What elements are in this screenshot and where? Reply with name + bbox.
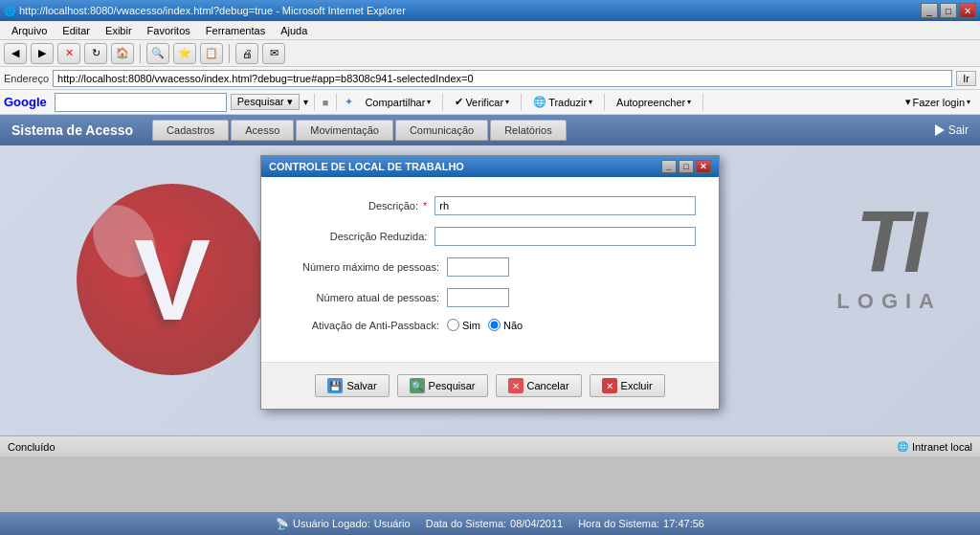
nav-bar: ◀ ▶ ✕ ↻ 🏠 🔍 ⭐ 📋 🖨 ✉ — [0, 40, 980, 67]
google-sep-2 — [336, 94, 337, 111]
google-search-input[interactable] — [55, 93, 227, 112]
app-status-bar: 📡 Usuário Logado: Usuário Data do Sistem… — [0, 512, 980, 535]
menu-ajuda[interactable]: Ajuda — [273, 21, 315, 39]
max-pessoas-label: Número máximo de pessoas: — [284, 261, 447, 273]
google-sep-3 — [442, 94, 443, 111]
status-data: Data do Sistema: 08/04/2011 — [426, 518, 563, 529]
menu-bar: Arquivo Editar Exibir Favoritos Ferramen… — [0, 21, 980, 40]
cancelar-button[interactable]: ✕ Cancelar — [496, 374, 582, 397]
modal-title: CONTROLE DE LOCAL DE TRABALHO — [269, 161, 661, 172]
ie-zone-label: Intranet local — [912, 441, 972, 453]
atual-pessoas-label: Número atual de pessoas: — [284, 292, 447, 303]
minimize-button[interactable]: _ — [921, 3, 938, 18]
tab-movimentacao[interactable]: Movimentação — [296, 120, 393, 141]
google-sep-6 — [702, 94, 703, 111]
fazer-login-btn[interactable]: ▾ Fazer login ▾ — [900, 95, 976, 109]
tab-cadastros[interactable]: Cadastros — [152, 120, 229, 141]
tab-acesso[interactable]: Acesso — [231, 120, 294, 141]
modal-body: Descrição: * Descrição Reduzida: Número … — [261, 177, 719, 362]
modal-minimize-button[interactable]: _ — [661, 160, 677, 173]
maximize-button[interactable]: □ — [940, 3, 957, 18]
back-button[interactable]: ◀ — [4, 43, 27, 64]
data-value: 08/04/2011 — [510, 518, 563, 529]
close-button[interactable]: ✕ — [959, 3, 976, 18]
menu-editar[interactable]: Editar — [55, 21, 98, 39]
history-button[interactable]: 📋 — [200, 43, 223, 64]
google-sep-1 — [314, 94, 315, 111]
menu-favoritos[interactable]: Favoritos — [140, 21, 198, 39]
save-icon: 💾 — [327, 378, 343, 393]
sair-label: Sair — [948, 123, 969, 137]
google-search-button[interactable]: Pesquisar ▾ — [231, 94, 300, 110]
stop-button[interactable]: ✕ — [57, 43, 80, 64]
anti-passback-radio-group: Sim Não — [447, 319, 523, 331]
radio-sim-text: Sim — [462, 320, 480, 331]
menu-ferramentas[interactable]: Ferramentas — [198, 21, 273, 39]
forward-button[interactable]: ▶ — [31, 43, 54, 64]
mail-button[interactable]: ✉ — [262, 43, 285, 64]
print-button[interactable]: 🖨 — [235, 43, 258, 64]
max-pessoas-input[interactable] — [447, 257, 509, 277]
go-button[interactable]: Ir — [956, 71, 976, 86]
title-bar-controls: _ □ ✕ — [921, 3, 976, 18]
home-button[interactable]: 🏠 — [111, 43, 134, 64]
modal-close-button[interactable]: ✕ — [696, 160, 711, 173]
cancelar-label: Cancelar — [527, 380, 569, 391]
salvar-label: Salvar — [346, 380, 376, 391]
hora-label: Hora do Sistema: — [578, 518, 659, 529]
address-input[interactable] — [53, 70, 952, 87]
menu-exibir[interactable]: Exibir — [98, 21, 140, 39]
nav-separator-2 — [229, 44, 230, 63]
descricao-input[interactable] — [434, 196, 696, 215]
data-label: Data do Sistema: — [426, 518, 506, 529]
browser-title-bar: 🌐 http://localhost:8080/vwacesso/index.h… — [0, 0, 980, 21]
app-header: Sistema de Acesso Cadastros Acesso Movim… — [0, 115, 980, 145]
verificar-btn[interactable]: ✔ Verificar ▾ — [449, 95, 515, 109]
refresh-button[interactable]: ↻ — [84, 43, 107, 64]
compartilhar-btn[interactable]: Compartilhar ▾ — [359, 96, 436, 109]
radio-nao-text: Não — [503, 320, 523, 331]
ie-icon: 🌐 — [4, 6, 15, 16]
ie-zone: 🌐 Intranet local — [897, 441, 972, 453]
excluir-button[interactable]: ✕ Excluir — [590, 374, 665, 397]
traduzir-icon: 🌐 — [533, 96, 546, 108]
modal-controls: _ □ ✕ — [661, 160, 711, 173]
google-toolbar: Google Pesquisar ▾ ▾ ■ ✦ Compartilhar ▾ … — [0, 90, 980, 115]
app-title: Sistema de Acesso — [11, 123, 133, 138]
modal-title-bar: CONTROLE DE LOCAL DE TRABALHO _ □ ✕ — [261, 156, 719, 177]
descricao-reduzida-label: Descrição Reduzida: — [284, 231, 434, 242]
radio-nao-input[interactable] — [488, 319, 501, 331]
sair-button[interactable]: Sair — [935, 123, 969, 137]
salvar-button[interactable]: 💾 Salvar — [315, 374, 389, 397]
modal-maximize-button[interactable]: □ — [679, 160, 694, 173]
traduzir-arrow: ▾ — [589, 98, 592, 106]
autopreencher-arrow: ▾ — [687, 98, 691, 106]
google-logo: Google — [4, 95, 47, 109]
search-button[interactable]: 🔍 — [146, 43, 169, 64]
favorites-button[interactable]: ⭐ — [173, 43, 196, 64]
verificar-label: Verificar — [465, 97, 503, 108]
ie-zone-icon: 🌐 — [897, 441, 908, 452]
radio-sim-label[interactable]: Sim — [447, 319, 480, 331]
main-content: TI LOGIA CONTROLE DE LOCAL DE TRABALHO _… — [0, 145, 980, 435]
radio-nao-label[interactable]: Não — [488, 319, 523, 331]
autopreencher-btn[interactable]: Autopreencher ▾ — [611, 96, 697, 109]
atual-pessoas-input[interactable] — [447, 288, 509, 307]
anti-passback-row: Ativação de Anti-Passback: Sim Não — [284, 319, 696, 331]
pesquisar-button[interactable]: 🔍 Pesquisar — [397, 374, 488, 397]
excluir-label: Excluir — [621, 380, 653, 391]
tab-relatorios[interactable]: Relatórios — [490, 120, 567, 141]
descricao-label-text: Descrição: — [368, 200, 418, 212]
status-usuario: 📡 Usuário Logado: Usuário — [276, 518, 411, 530]
tab-comunicacao[interactable]: Comunicação — [395, 120, 488, 141]
autopreencher-label: Autopreencher — [616, 97, 685, 108]
verificar-icon: ✔ — [455, 96, 463, 108]
fazer-login-dd: ▾ — [967, 98, 970, 106]
traduzir-btn[interactable]: 🌐 Traduzir ▾ — [527, 95, 598, 109]
radio-sim-input[interactable] — [447, 319, 459, 331]
descricao-reduzida-input[interactable] — [434, 227, 696, 246]
ie-status-text: Concluído — [8, 441, 889, 453]
atual-pessoas-row: Número atual de pessoas: — [284, 288, 696, 307]
menu-arquivo[interactable]: Arquivo — [4, 21, 55, 39]
status-hora: Hora do Sistema: 17:47:56 — [578, 518, 704, 529]
